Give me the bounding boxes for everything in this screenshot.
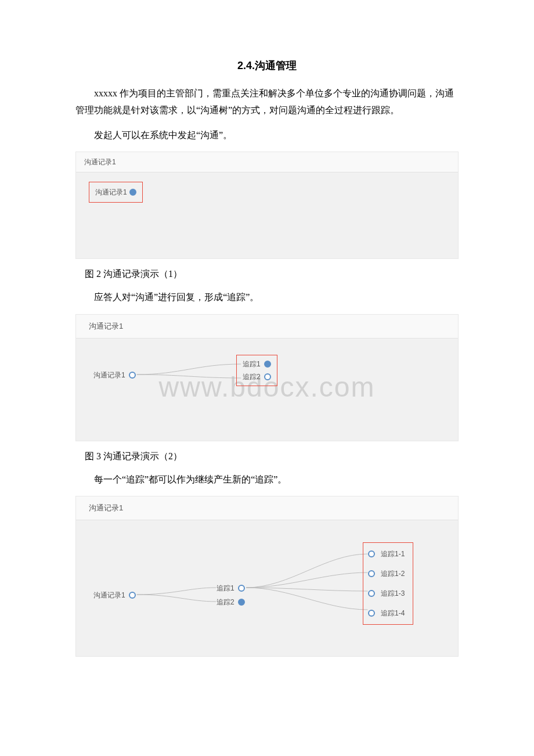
- panel3-leaf2-label: 追踪1-2: [381, 568, 405, 579]
- node-circle-icon: [368, 570, 375, 577]
- figure-caption-1: 图 2 沟通记录演示（1）: [75, 267, 459, 281]
- panel3-leaf4-label: 追踪1-4: [381, 608, 405, 618]
- figure-caption-2: 图 3 沟通记录演示（2）: [75, 449, 459, 463]
- comm-panel-1: 沟通记录1 沟通记录1: [75, 152, 459, 259]
- panel3-leaf1-label: 追踪1-1: [381, 549, 405, 559]
- panel2-track1[interactable]: 追踪1: [243, 359, 271, 369]
- node-circle-icon: [129, 592, 136, 599]
- panel3-root-label: 沟通记录1: [93, 590, 125, 600]
- panel2-edges: [76, 339, 458, 441]
- panel2-track2[interactable]: 追踪2: [243, 372, 271, 382]
- node-circle-icon: [368, 610, 375, 617]
- panel1-node-label: 沟通记录1: [95, 187, 127, 197]
- node-circle-icon: [129, 189, 136, 196]
- section-title: 2.4.沟通管理: [75, 58, 459, 74]
- panel3-tab-label: 沟通记录1: [89, 503, 123, 512]
- panel2-tab[interactable]: 沟通记录1: [76, 315, 458, 339]
- panel2-root-node[interactable]: 沟通记录1: [93, 370, 136, 380]
- paragraph-a: 发起人可以在系统中发起“沟通”。: [75, 127, 459, 144]
- panel3-tab[interactable]: 沟通记录1: [76, 496, 458, 520]
- panel3-canvas: 沟通记录1 追踪1 追踪2 追踪1-1 追踪1-2 追踪1-3: [76, 520, 458, 656]
- panel3-leaves-highlight: 追踪1-1 追踪1-2 追踪1-3 追踪1-4: [363, 542, 413, 625]
- paragraph-b: 应答人对“沟通”进行回复，形成“追踪”。: [75, 289, 459, 306]
- panel1-node-highlight[interactable]: 沟通记录1: [89, 182, 143, 203]
- panel3-leaf3-label: 追踪1-3: [381, 588, 405, 599]
- panel2-root-label: 沟通记录1: [93, 370, 125, 380]
- node-circle-icon: [368, 550, 375, 557]
- panel3-leaf4[interactable]: 追踪1-4: [368, 608, 405, 618]
- panel1-tab[interactable]: 沟通记录1: [76, 152, 458, 172]
- panel3-track1-label: 追踪1: [217, 583, 234, 593]
- paragraph-c: 每一个“追踪”都可以作为继续产生新的“追踪”。: [75, 471, 459, 488]
- panel2-canvas: www.bdocx.com 沟通记录1 追踪1 追踪2: [76, 339, 458, 441]
- panel3-leaf1[interactable]: 追踪1-1: [368, 549, 405, 559]
- panel3-track2-label: 追踪2: [217, 597, 234, 607]
- panel3-track2-node[interactable]: 追踪2: [217, 597, 245, 607]
- panel1-tab-label: 沟通记录1: [84, 158, 116, 166]
- intro-paragraph: xxxxx 作为项目的主管部门，需重点关注和解决多个单位多个专业的沟通协调问题，…: [75, 85, 459, 119]
- node-circle-icon: [264, 361, 271, 368]
- comm-panel-3: 沟通记录1 沟通记录1 追踪1 追踪2 追踪1-1: [75, 496, 459, 657]
- panel3-track1-node[interactable]: 追踪1: [217, 583, 245, 593]
- node-circle-icon: [129, 372, 136, 379]
- panel3-leaf3[interactable]: 追踪1-3: [368, 588, 405, 599]
- panel2-track2-label: 追踪2: [243, 372, 261, 382]
- panel3-root-node[interactable]: 沟通记录1: [93, 590, 136, 600]
- comm-panel-2: 沟通记录1 www.bdocx.com 沟通记录1 追踪1 追踪2: [75, 314, 459, 441]
- panel3-leaf2[interactable]: 追踪1-2: [368, 568, 405, 579]
- node-circle-icon: [238, 599, 245, 606]
- panel2-track1-label: 追踪1: [243, 359, 261, 369]
- node-circle-icon: [368, 590, 375, 597]
- panel2-tab-label: 沟通记录1: [89, 322, 123, 330]
- node-circle-icon: [264, 373, 271, 380]
- panel1-canvas: 沟通记录1: [76, 172, 458, 258]
- node-circle-icon: [238, 585, 245, 592]
- panel2-children-highlight: 追踪1 追踪2: [236, 355, 277, 386]
